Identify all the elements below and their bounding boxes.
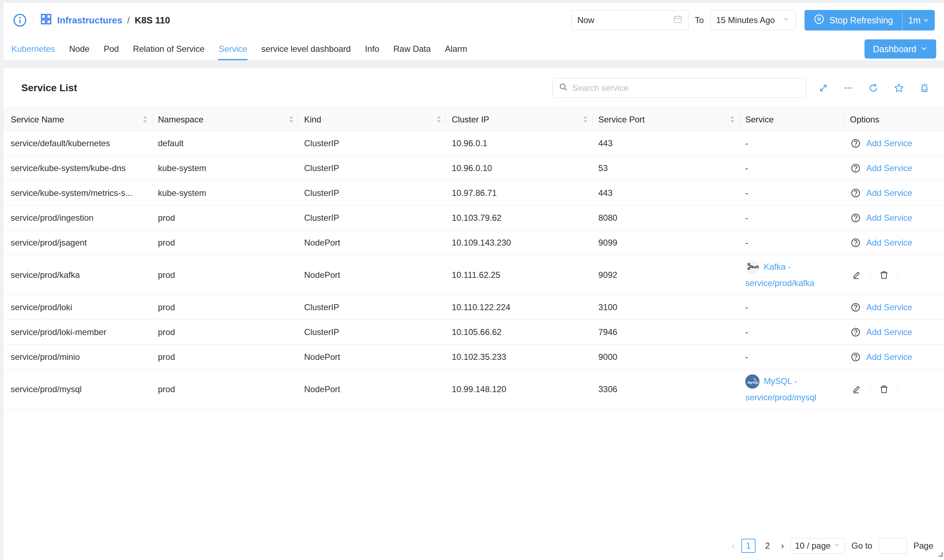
help-icon[interactable] [850, 212, 861, 223]
cell-service-name: service/default/kubernetes [3, 131, 152, 156]
cell-service: - [740, 181, 844, 206]
add-service-link[interactable]: Add Service [866, 188, 912, 198]
cell-options: Add Service [844, 181, 944, 206]
add-service-link[interactable]: Add Service [866, 302, 912, 312]
cell-service-name-text: service/prod/loki-member [11, 327, 147, 337]
chevron-down-icon [833, 541, 840, 551]
cell-service: - [740, 345, 844, 369]
prev-page-button[interactable]: ‹ [732, 540, 735, 551]
cell-service: - [740, 230, 844, 255]
expand-icon[interactable] [817, 82, 830, 94]
cell-cluster-ip: 10.96.0.10 [446, 156, 593, 181]
column-header-label: Options [850, 115, 879, 125]
refresh-icon[interactable] [867, 81, 880, 95]
cell-kind: NodePort [298, 369, 446, 409]
divider [870, 384, 870, 395]
tab-kubernetes[interactable]: Kubernetes [11, 38, 55, 60]
sort-icon [143, 116, 147, 123]
page-title: Service List [21, 82, 77, 94]
table-row: service/kube-system/kube-dnskube-systemC… [3, 156, 944, 181]
stop-refreshing-button[interactable]: Stop Refreshing [804, 10, 902, 31]
more-options-icon[interactable] [842, 82, 855, 94]
service-empty-dash: - [745, 138, 748, 148]
resize-grip[interactable] [936, 549, 943, 559]
column-header-label: Namespace [158, 115, 203, 125]
tab-raw-data[interactable]: Raw Data [393, 38, 430, 60]
delete-icon[interactable] [878, 383, 890, 395]
cell-namespace-text: prod [158, 352, 294, 362]
kafka-icon: kafka. [745, 260, 760, 274]
cell-service-port: 9000 [593, 345, 740, 369]
cell-cluster-ip-text: 10.105.66.62 [452, 327, 588, 337]
cell-service-port-text: 9092 [598, 270, 735, 280]
cell-service-port: 3100 [593, 295, 740, 320]
tab-pod[interactable]: Pod [104, 38, 119, 60]
column-header-namespace[interactable]: Namespace [152, 108, 298, 131]
divider [898, 384, 898, 395]
add-service-link[interactable]: Add Service [866, 352, 912, 362]
service-empty-dash: - [745, 238, 748, 247]
edit-icon[interactable] [850, 383, 862, 395]
help-icon[interactable] [850, 138, 861, 149]
sort-icon [583, 116, 588, 123]
add-service-link[interactable]: Add Service [866, 327, 912, 337]
tab-node[interactable]: Node [69, 38, 89, 60]
cell-cluster-ip-text: 10.96.0.10 [452, 163, 588, 173]
cell-service-name: service/prod/loki-member [3, 320, 152, 345]
cell-namespace-text: default [158, 138, 294, 148]
help-icon[interactable] [850, 237, 861, 248]
time-from-input[interactable]: Now [571, 10, 689, 30]
page-button-2[interactable]: 2 [761, 539, 775, 553]
service-empty-dash: - [745, 163, 748, 173]
time-range-select[interactable]: 15 Minutes Ago [710, 10, 796, 30]
help-icon[interactable] [850, 188, 861, 199]
add-service-link[interactable]: Add Service [866, 238, 912, 248]
info-icon[interactable] [12, 12, 28, 28]
next-page-button[interactable]: › [781, 540, 784, 551]
delete-icon[interactable] [878, 269, 890, 281]
cell-kind-text: ClusterIP [304, 302, 441, 312]
cell-options: Add Service [844, 230, 944, 255]
column-header-service-port[interactable]: Service Port [593, 108, 740, 131]
tab-service[interactable]: Service [218, 38, 247, 60]
cell-cluster-ip: 10.96.0.1 [446, 131, 593, 156]
page-size-value: 10 / page [795, 541, 830, 551]
time-controls: Now To 15 Minutes Ago [571, 10, 935, 31]
cell-namespace: prod [152, 345, 298, 369]
tab-info[interactable]: Info [365, 38, 379, 60]
add-service-link[interactable]: Add Service [866, 138, 912, 148]
help-icon[interactable] [850, 326, 861, 338]
tab-service-level-dashboard[interactable]: service level dashboard [261, 38, 351, 60]
alarm-siren-icon[interactable] [918, 81, 931, 95]
cell-service: kafka.Kafka - service/prod/kafka [740, 255, 844, 295]
goto-page-input[interactable] [879, 538, 907, 554]
help-icon[interactable] [850, 302, 861, 313]
search-box [553, 78, 806, 98]
column-header-kind[interactable]: Kind [298, 108, 446, 131]
page-size-select[interactable]: 10 / page [790, 538, 845, 554]
cell-service-port: 9099 [593, 230, 740, 255]
cell-service-port-text: 9000 [598, 352, 735, 362]
column-header-cluster-ip[interactable]: Cluster IP [446, 108, 593, 131]
cell-service-port-text: 8080 [598, 213, 735, 223]
cell-service-name-text: service/default/kubernetes [11, 138, 147, 148]
column-header-label: Service Port [598, 115, 645, 125]
edit-icon[interactable] [850, 269, 862, 281]
search-input[interactable] [572, 83, 800, 93]
favorite-star-icon[interactable] [892, 81, 906, 95]
help-icon[interactable] [850, 351, 861, 363]
breadcrumb-root-link[interactable]: Infrastructures [40, 13, 123, 28]
tab-relation-of-service[interactable]: Relation of Service [133, 38, 204, 60]
refresh-interval-dropdown[interactable]: 1m [902, 10, 935, 31]
column-header-service-name[interactable]: Service Name [3, 108, 152, 131]
page-button-1[interactable]: 1 [741, 539, 756, 553]
add-service-link[interactable]: Add Service [866, 163, 912, 173]
tab-alarm[interactable]: Alarm [445, 38, 467, 60]
help-icon[interactable] [850, 163, 861, 174]
cell-service-name: service/kube-system/kube-dns [3, 156, 152, 181]
options-actions: Add Service [850, 237, 942, 248]
column-header-inner: Namespace [158, 115, 294, 125]
dashboard-button[interactable]: Dashboard [864, 39, 936, 58]
options-actions: Add Service [850, 302, 942, 313]
add-service-link[interactable]: Add Service [866, 213, 912, 223]
